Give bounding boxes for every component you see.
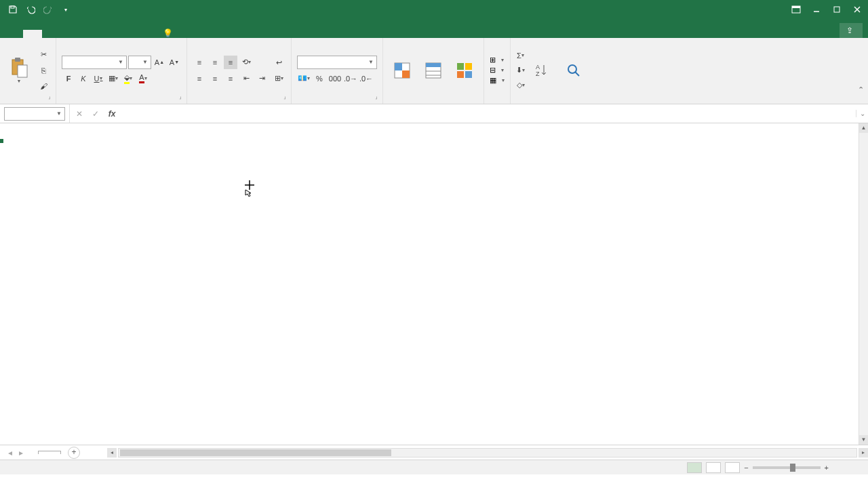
save-icon[interactable] [5, 2, 20, 17]
orientation-icon[interactable]: ⟲▾ [239, 56, 253, 69]
copy-icon[interactable]: ⎘ [37, 64, 50, 77]
italic-button[interactable]: K [77, 72, 90, 85]
increase-indent-icon[interactable]: ⇥ [255, 72, 269, 85]
insert-function-icon[interactable]: fx [105, 107, 119, 121]
undo-icon[interactable] [23, 2, 38, 17]
font-name-select[interactable]: ▼ [62, 56, 127, 69]
accounting-format-icon[interactable]: 💶▾ [297, 72, 311, 85]
page-break-view-icon[interactable] [725, 462, 740, 473]
group-styles [383, 38, 484, 104]
add-sheet-icon[interactable]: + [68, 447, 80, 459]
tab-ansicht[interactable] [137, 30, 156, 38]
font-size-select[interactable]: ▼ [128, 56, 151, 69]
enter-formula-icon[interactable]: ✓ [89, 107, 102, 121]
number-format-select[interactable]: ▼ [297, 56, 377, 69]
name-box[interactable]: ▼ [4, 107, 65, 121]
find-select-button[interactable] [560, 58, 587, 83]
increase-font-icon[interactable]: A▲ [153, 56, 166, 69]
insert-cells-button[interactable]: ⊞▾ [490, 56, 505, 64]
zoom-out-icon[interactable]: − [744, 464, 748, 472]
maximize-icon[interactable] [827, 1, 846, 18]
delete-cells-button[interactable]: ⊟▾ [490, 66, 505, 75]
close-icon[interactable] [848, 1, 867, 18]
ribbon: ▼ ✂ ⎘ 🖌 ▼ ▼ A▲ A▼ F K U▾ [0, 38, 868, 104]
decrease-font-icon[interactable]: A▼ [167, 56, 181, 69]
fill-icon[interactable]: ⬇▾ [516, 64, 525, 77]
ribbon-display-icon[interactable] [787, 1, 806, 18]
conditional-formatting-button[interactable] [389, 58, 416, 83]
tab-ueberpruefen[interactable] [118, 30, 137, 38]
format-cells-icon: ▦ [490, 76, 496, 85]
conditional-formatting-icon [391, 60, 413, 81]
underline-button[interactable]: U▾ [92, 72, 105, 85]
tab-formeln[interactable] [80, 30, 99, 38]
borders-icon[interactable]: ▦▾ [106, 72, 120, 85]
bold-button[interactable]: F [62, 72, 75, 85]
comma-format-icon[interactable]: 000 [328, 72, 342, 85]
zoom-slider[interactable] [753, 466, 821, 469]
sort-filter-button[interactable]: AZ [529, 58, 556, 83]
align-middle-icon[interactable]: ≡ [208, 56, 222, 69]
group-font: ▼ ▼ A▲ A▼ F K U▾ ▦▾ ⬙▾ A▾ [56, 38, 187, 104]
svg-line-24 [575, 72, 579, 76]
increase-decimal-icon[interactable]: .0→ [344, 72, 357, 85]
svg-rect-19 [457, 71, 464, 78]
horizontal-scrollbar[interactable] [118, 448, 857, 458]
paste-button[interactable]: ▼ [5, 56, 33, 85]
zoom-in-icon[interactable]: + [825, 464, 829, 472]
formula-input[interactable] [121, 107, 856, 121]
tab-daten[interactable] [99, 30, 118, 38]
vertical-scrollbar[interactable]: ▲ ▼ [859, 123, 868, 445]
insert-cells-icon: ⊞ [490, 56, 496, 64]
scroll-up-icon[interactable]: ▲ [859, 123, 868, 133]
cut-icon[interactable]: ✂ [37, 48, 50, 62]
expand-formula-bar-icon[interactable]: ⌄ [856, 110, 868, 117]
page-layout-view-icon[interactable] [706, 462, 721, 473]
share-icon: ⇪ [846, 26, 853, 35]
align-bottom-icon[interactable]: ≡ [224, 56, 237, 69]
wrap-text-icon[interactable]: ↩ [273, 56, 285, 69]
tab-datei[interactable] [4, 30, 23, 38]
collapse-ribbon-icon[interactable]: ⌃ [858, 85, 864, 94]
merge-center-icon[interactable]: ⊞▾ [273, 71, 285, 85]
tell-me-search[interactable]: 💡 [156, 28, 177, 38]
clear-icon[interactable]: ◇▾ [516, 79, 525, 92]
align-left-icon[interactable]: ≡ [193, 72, 206, 85]
sheet-tab-bar: ◂ ▸ + ◂ ▸ [0, 445, 868, 460]
sheet-nav-prev-icon[interactable]: ◂ [5, 448, 15, 458]
qat-customize-icon[interactable]: ▾ [58, 2, 73, 17]
scroll-down-icon[interactable]: ▼ [859, 435, 868, 445]
decrease-decimal-icon[interactable]: .0← [359, 72, 373, 85]
fill-color-icon[interactable]: ⬙▾ [121, 72, 135, 85]
minimize-icon[interactable] [807, 1, 826, 18]
align-right-icon[interactable]: ≡ [224, 72, 237, 85]
group-label-editing [516, 100, 587, 102]
tab-seitenlayout[interactable] [61, 30, 80, 38]
format-as-table-button[interactable] [420, 58, 447, 83]
autosum-icon[interactable]: Σ▾ [516, 49, 525, 62]
signin-link[interactable] [823, 26, 840, 35]
window-controls [787, 1, 868, 18]
cell-styles-button[interactable] [451, 58, 478, 83]
align-top-icon[interactable]: ≡ [193, 56, 206, 69]
redo-icon[interactable] [41, 2, 56, 17]
format-painter-icon[interactable]: 🖌 [37, 79, 50, 93]
svg-rect-0 [11, 6, 14, 8]
decrease-indent-icon[interactable]: ⇤ [239, 72, 253, 85]
cancel-formula-icon[interactable]: ✕ [73, 107, 86, 121]
sheet-tab[interactable] [38, 451, 61, 454]
tab-einfuegen[interactable] [42, 30, 61, 38]
share-button[interactable]: ⇪ [840, 23, 863, 38]
tab-start[interactable] [23, 30, 42, 38]
scroll-left-icon[interactable]: ◂ [107, 448, 117, 458]
title-bar: ▾ [0, 0, 868, 19]
font-color-icon[interactable]: A▾ [136, 72, 150, 85]
format-cells-button[interactable]: ▦▾ [490, 76, 505, 85]
group-number: ▼ 💶▾ % 000 .0→ .0← [292, 38, 383, 104]
sheet-nav-next-icon[interactable]: ▸ [16, 448, 26, 458]
percent-format-icon[interactable]: % [313, 72, 326, 85]
align-center-icon[interactable]: ≡ [208, 72, 222, 85]
normal-view-icon[interactable] [687, 462, 702, 473]
scroll-right-icon[interactable]: ▸ [859, 448, 868, 458]
spreadsheet-grid[interactable]: ▲ ▼ [0, 123, 868, 445]
